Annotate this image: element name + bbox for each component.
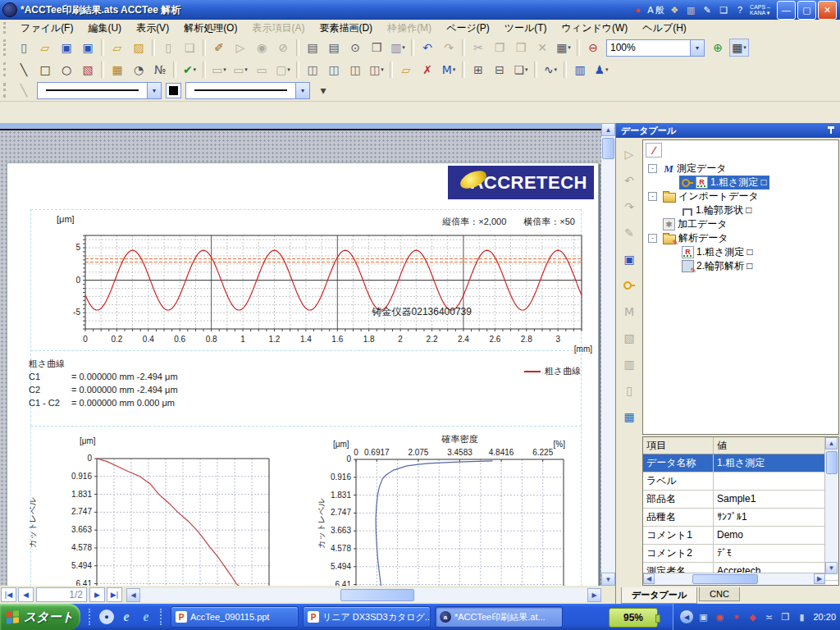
tray-chevron[interactable]: ◀ <box>680 610 693 623</box>
report-book-button[interactable]: ▥▾ <box>388 39 408 57</box>
quick-launch-grip-2[interactable] <box>160 609 164 625</box>
grid-settings-button[interactable]: ⊞ <box>468 61 488 79</box>
line-color-swatch[interactable] <box>166 83 181 98</box>
tree-measure-data-expander[interactable]: - <box>648 164 657 173</box>
mini-graph-button[interactable]: ∿▾ <box>541 61 560 79</box>
ql-internet-explorer[interactable]: e <box>119 609 134 624</box>
open-image-file-button[interactable]: ▨ <box>129 39 148 57</box>
measurement-data-window-button[interactable]: M▾ <box>439 61 459 79</box>
redo-button[interactable]: ↷ <box>439 39 459 57</box>
copy-button[interactable]: ❐ <box>490 39 509 57</box>
insert-calendar-button[interactable]: ▦ <box>107 61 127 79</box>
export-data-button[interactable]: ✗ <box>418 61 437 79</box>
arrange-frames-1-button[interactable]: ◫ <box>303 61 322 79</box>
line-style-combo[interactable]: ▾ <box>37 82 162 99</box>
line-style-tool-button[interactable]: ╲ <box>14 81 34 99</box>
line-overflow-button[interactable]: ▾ <box>313 81 333 99</box>
header-item[interactable]: 項目 <box>643 437 714 454</box>
line-style-arrow-icon[interactable]: ▾ <box>147 83 161 98</box>
print-preview-button[interactable]: ⊙ <box>345 39 365 57</box>
document-canvas[interactable]: ACCRETECH [μm] 縦倍率：×2,000 横倍率：×50 00.20.… <box>0 130 601 586</box>
menu-frame-ops[interactable]: 枠操作(M) <box>380 20 439 37</box>
task-acctee-result[interactable]: a*ACCTee印刷結果.at... <box>435 606 563 628</box>
datapool-measure-edit-button[interactable]: M <box>619 303 639 321</box>
toolbox-button[interactable]: ▥ <box>570 61 590 79</box>
datapool-solid-edit-button[interactable]: ▧ <box>619 329 639 347</box>
toolbar1-grip[interactable] <box>3 39 10 56</box>
prop-comment1[interactable]: コメント1Demo <box>643 527 838 545</box>
grid-scroll-right-button[interactable]: ▶ <box>814 573 825 584</box>
datapool-key-button[interactable] <box>619 276 639 294</box>
ime-palette-icon[interactable]: ❖ <box>668 3 681 16</box>
ime-ball-icon[interactable]: ● <box>631 3 644 16</box>
prop-product-name[interactable]: 品種名ｻﾝﾌﾟﾙ1 <box>643 509 838 527</box>
toolbar2-grip[interactable] <box>3 62 10 77</box>
draw-ellipse-button[interactable]: ○ <box>57 61 76 79</box>
menu-help[interactable]: ヘルプ(H) <box>635 20 694 37</box>
quick-launch-grip[interactable] <box>89 609 93 625</box>
save-all-button[interactable]: ▣ <box>78 39 98 57</box>
prop-data-name[interactable]: データ名称1.粗さ測定 <box>643 454 838 472</box>
open-file-button[interactable]: ▱ <box>35 39 55 57</box>
previous-page-button[interactable]: ◀ <box>18 587 34 602</box>
ime-mode[interactable]: A 般 <box>647 4 664 16</box>
tab-datapool[interactable]: データプール <box>621 587 697 604</box>
tray-explorer[interactable]: ❒ <box>779 611 792 623</box>
print-button[interactable]: ▤ <box>324 39 344 57</box>
print-setup-button[interactable]: ▤ <box>303 39 322 57</box>
last-page-button[interactable]: ▶| <box>107 587 122 602</box>
menu-file[interactable]: ファイル(F) <box>13 20 80 37</box>
minimize-button[interactable]: — <box>777 1 796 20</box>
first-page-button[interactable]: |◀ <box>1 587 16 602</box>
measurement-window-button[interactable]: ▯ <box>158 39 178 57</box>
measure-stop-button[interactable]: ⊘ <box>273 39 293 57</box>
line-width-arrow-icon[interactable]: ▾ <box>295 83 309 98</box>
export-file-button[interactable]: ▱ <box>107 39 127 57</box>
grid-hscroll-thumb[interactable] <box>692 574 758 584</box>
close-button[interactable]: ✕ <box>818 1 837 20</box>
frame-layout-1-button[interactable]: ▭▾ <box>209 61 229 79</box>
grid-vscroll-thumb[interactable] <box>826 451 838 474</box>
tray-network-bridge[interactable]: ≍ <box>763 611 775 623</box>
grid-vertical-scrollbar[interactable]: ▲ ▼ <box>824 437 838 574</box>
prop-comment2[interactable]: コメント2ﾃﾞﾓ <box>643 545 838 563</box>
document-horizontal-scrollbar[interactable]: ◀ ▶ <box>126 588 601 602</box>
datapool-save-button[interactable]: ▣ <box>619 250 639 268</box>
arrange-frames-2-button[interactable]: ◫ <box>324 61 344 79</box>
tray-clock[interactable]: 20:20 <box>813 612 836 622</box>
battery-indicator[interactable]: 95% <box>609 608 658 628</box>
horizontal-scroll-thumb[interactable] <box>340 589 414 601</box>
task-linear-catalog[interactable]: Pリニア DX3SD3カタログ... <box>303 606 431 628</box>
scroll-right-button[interactable]: ▶ <box>587 588 601 602</box>
frame-square-button[interactable]: ▢▾ <box>273 61 293 79</box>
tray-network-offline[interactable]: ▣ <box>697 611 710 623</box>
grid-scroll-left-button[interactable]: ◀ <box>643 573 655 584</box>
zoom-level-combo[interactable]: 100%▾ <box>606 39 705 57</box>
menu-edit[interactable]: 編集(U) <box>80 20 129 37</box>
menu-window[interactable]: ウィンドウ(W) <box>555 20 636 37</box>
tray-wireless-alert[interactable]: ◉ <box>714 611 726 623</box>
frame-layout-2-button[interactable]: ▭▾ <box>231 61 250 79</box>
menu-view[interactable]: 表示(V) <box>129 20 176 37</box>
prop-part-name[interactable]: 部品名Sample1 <box>643 491 838 509</box>
arrange-frames-4-button[interactable]: ◫▾ <box>367 61 386 79</box>
page-number-box[interactable]: 1 /2 <box>36 587 87 602</box>
tree-contour-shape-1[interactable]: 1.輪郭形状 □ <box>643 203 838 217</box>
tree-analysis-data[interactable]: -解析データ <box>643 231 838 245</box>
insert-clock-button[interactable]: ◔ <box>129 61 148 79</box>
tree-import-data-expander[interactable]: - <box>648 192 657 201</box>
data-draw-settings-button[interactable]: ✔▾ <box>180 61 199 79</box>
frame-number-button[interactable]: ▭ <box>252 61 272 79</box>
menu-tools[interactable]: ツール(T) <box>497 20 555 37</box>
tray-battery[interactable]: ▮ <box>796 611 808 623</box>
tray-security-alert[interactable]: ✶ <box>730 611 742 623</box>
arrange-frames-3-button[interactable]: ◫ <box>345 61 365 79</box>
menu-page[interactable]: ページ(P) <box>439 20 497 37</box>
line-width-combo[interactable]: ▾ <box>185 82 310 99</box>
draw-rectangle-button[interactable]: □ <box>35 61 55 79</box>
ime-pad-icon[interactable]: ❏ <box>717 3 730 16</box>
next-page-button[interactable]: ▶ <box>89 587 105 602</box>
measure-speed-button[interactable]: ◉ <box>252 39 272 57</box>
save-button[interactable]: ▣ <box>57 39 76 57</box>
cut-button[interactable]: ✂ <box>468 39 488 57</box>
